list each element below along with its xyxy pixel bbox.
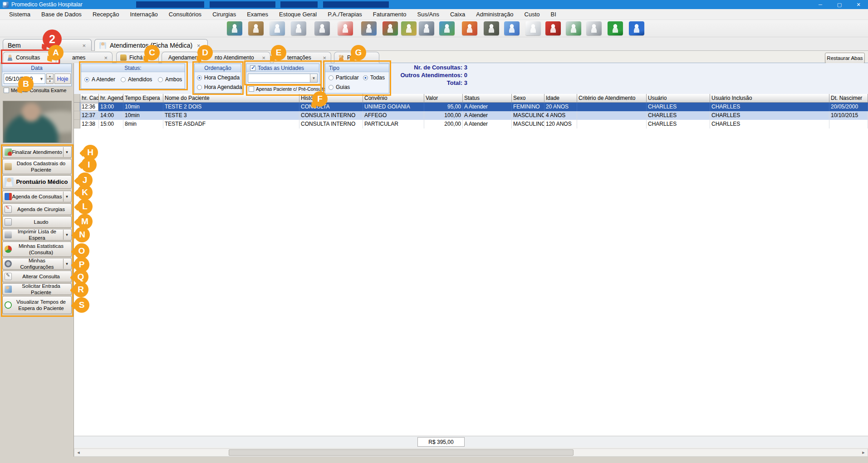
col-usuario[interactable]: Usuário: [647, 94, 710, 103]
date-spinner[interactable]: ▲ ▼: [46, 74, 54, 84]
chat-icon[interactable]: [504, 21, 520, 35]
phone-book-icon[interactable]: [462, 21, 477, 35]
table-row[interactable]: 12:36 13:00 10min TESTE 2 DOIS CONSULTA …: [74, 103, 868, 111]
ledger-book-icon[interactable]: [484, 21, 499, 35]
col-usuario-inclusao[interactable]: Usuário Inclusão: [710, 94, 829, 103]
menu-bi[interactable]: BI: [545, 9, 562, 20]
col-status[interactable]: Status: [463, 94, 512, 103]
spinner-up-icon[interactable]: ▲: [46, 74, 54, 79]
cell[interactable]: TESTE 2 DOIS: [163, 103, 299, 111]
cell[interactable]: 20/05/2000: [829, 103, 868, 111]
cell[interactable]: FEMININO: [512, 103, 544, 111]
col-dt-nascimento[interactable]: Dt. Nascimer: [829, 94, 868, 103]
col-idade[interactable]: Idade: [544, 94, 577, 103]
money-icon[interactable]: [401, 21, 417, 35]
cell[interactable]: 20 ANOS: [544, 103, 577, 111]
menu-custo[interactable]: Custo: [519, 9, 545, 20]
menu-caixa[interactable]: Caixa: [445, 9, 471, 20]
fax-machine-icon[interactable]: [314, 21, 330, 35]
cell[interactable]: 10min: [123, 111, 163, 120]
cell[interactable]: 13:00: [99, 103, 123, 111]
cell[interactable]: 8min: [123, 120, 163, 128]
menu-sus-ans[interactable]: Sus/Ans: [412, 9, 445, 20]
finance-up-icon[interactable]: [383, 21, 398, 35]
spinner-down-icon[interactable]: ▼: [46, 79, 54, 84]
blue-records-icon[interactable]: [629, 21, 644, 35]
menu-base-de-dados[interactable]: Base de Dados: [36, 9, 87, 20]
cell[interactable]: [577, 120, 647, 128]
table-row[interactable]: 12:37 14:00 10min TESTE 3 CONSULTA INTER…: [74, 111, 868, 120]
billing-icon[interactable]: [566, 21, 581, 35]
cell[interactable]: AFFEGO: [363, 111, 424, 120]
cell[interactable]: 200,00: [424, 120, 463, 128]
menu-faturamento[interactable]: Faturamento: [368, 9, 412, 20]
cell[interactable]: CONSULTA: [299, 103, 363, 111]
patient-folder-icon[interactable]: [248, 21, 264, 35]
green-records-icon[interactable]: [608, 21, 623, 35]
menu-recepcao[interactable]: Recepção: [87, 9, 125, 20]
scroll-left-icon[interactable]: ◄: [74, 449, 83, 456]
restaurar-abas-button[interactable]: Restaurar Abas: [825, 53, 865, 64]
cell[interactable]: 14:00: [99, 111, 123, 120]
menu-pa-terapias[interactable]: P.A./Terapias: [322, 9, 368, 20]
cell[interactable]: [577, 111, 647, 120]
cell[interactable]: 10min: [123, 103, 163, 111]
table-row[interactable]: 12:38 15:00 8min TESTE ASDADF CONSULTA I…: [74, 120, 868, 128]
close-button[interactable]: ✕: [849, 0, 868, 9]
col-hr-cad[interactable]: hr. Cad.: [80, 94, 99, 103]
mesclar-consulta-exame-checkbox[interactable]: Mesclar Consulta Exame: [4, 88, 66, 93]
col-sexo[interactable]: Sexo: [512, 94, 544, 103]
maximize-button[interactable]: ▢: [830, 0, 849, 9]
horizontal-scrollbar[interactable]: ◄ ►: [74, 448, 868, 457]
pharmacy-stock-icon[interactable]: [361, 21, 377, 35]
cell[interactable]: 15:00: [99, 120, 123, 128]
menu-sistema[interactable]: Sistema: [4, 9, 36, 20]
cell[interactable]: UNIMED GOIANIA: [363, 103, 424, 111]
safe-icon[interactable]: [419, 21, 434, 35]
cell[interactable]: MASCULINO: [512, 111, 544, 120]
cell[interactable]: [577, 103, 647, 111]
cell[interactable]: CONSULTA INTERNO: [299, 120, 363, 128]
cell[interactable]: CHARLLES: [710, 103, 829, 111]
cell[interactable]: 100,00: [424, 111, 463, 120]
chevron-down-icon[interactable]: ▼: [39, 77, 44, 81]
cell[interactable]: 12:37: [80, 111, 99, 120]
cell[interactable]: CHARLLES: [710, 111, 829, 120]
hoje-button[interactable]: Hoje: [54, 74, 71, 84]
col-valor[interactable]: Valor: [424, 94, 463, 103]
cell[interactable]: 10/10/2015: [829, 111, 868, 120]
cell[interactable]: TESTE 3: [163, 111, 299, 120]
prescription-icon[interactable]: [586, 21, 602, 35]
contract-phone-icon[interactable]: [291, 21, 306, 35]
ambulance-icon[interactable]: [338, 21, 353, 35]
menu-internacao[interactable]: Internação: [124, 9, 163, 20]
cell[interactable]: [829, 120, 868, 128]
cell[interactable]: 95,00: [424, 103, 463, 111]
report-icon[interactable]: [525, 21, 541, 35]
menu-cirurgias[interactable]: Cirurgias: [207, 9, 241, 20]
close-tab-icon[interactable]: ×: [103, 54, 108, 61]
cell[interactable]: CHARLLES: [710, 120, 829, 128]
cell[interactable]: 12:38: [80, 120, 99, 128]
close-tab-icon[interactable]: ×: [81, 42, 87, 49]
cell[interactable]: 12:36: [80, 103, 99, 111]
patients-icon[interactable]: [227, 21, 242, 35]
menu-exames[interactable]: Exames: [241, 9, 274, 20]
scrollbar-thumb[interactable]: [229, 449, 574, 456]
checkbox-icon[interactable]: [4, 88, 9, 93]
doctor-icon[interactable]: [270, 21, 285, 35]
menu-estoque-geral[interactable]: Estoque Geral: [274, 9, 322, 20]
cell[interactable]: A Atender: [463, 111, 512, 120]
menu-administracao[interactable]: Administração: [471, 9, 519, 20]
cell[interactable]: MASCULINO: [512, 120, 544, 128]
cell[interactable]: PARTICULAR: [363, 120, 424, 128]
cell[interactable]: CHARLLES: [647, 103, 710, 111]
cell[interactable]: CHARLLES: [647, 111, 710, 120]
cell[interactable]: CHARLLES: [647, 120, 710, 128]
scroll-right-icon[interactable]: ►: [859, 449, 868, 456]
power-off-icon[interactable]: [545, 21, 561, 35]
cell[interactable]: CONSULTA INTERNO: [299, 111, 363, 120]
menu-consultorios[interactable]: Consultórios: [163, 9, 207, 20]
cell[interactable]: 4 ANOS: [544, 111, 577, 120]
col-hr-agend[interactable]: hr. Agend.: [99, 94, 123, 103]
